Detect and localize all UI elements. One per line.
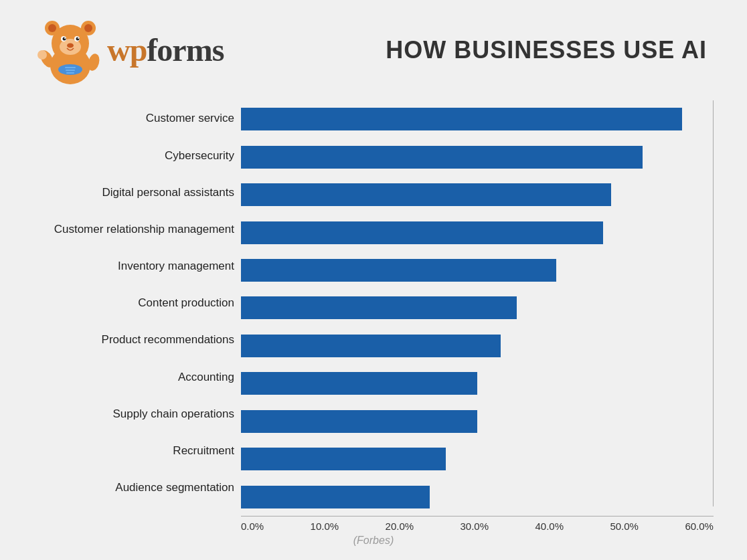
- svg-point-9: [63, 37, 66, 41]
- y-label: Recruitment: [173, 436, 234, 466]
- x-tick: 0.0%: [241, 521, 264, 532]
- bar: [241, 108, 682, 130]
- wp-text: wp: [107, 32, 147, 68]
- bar-row: [241, 369, 714, 398]
- y-label: Cybersecurity: [165, 141, 234, 171]
- svg-point-5: [84, 24, 92, 32]
- y-label: Supply chain operations: [113, 399, 234, 429]
- source-text: (Forbes): [353, 535, 394, 547]
- bar: [241, 372, 477, 395]
- y-label: Content production: [138, 288, 234, 318]
- svg-point-12: [78, 37, 79, 39]
- svg-point-13: [67, 43, 74, 48]
- bar-row: [241, 218, 714, 248]
- chart-title: HOW BUSINESSES USE AI: [386, 36, 707, 64]
- bar: [241, 259, 556, 282]
- bars-wrapper: [241, 100, 714, 516]
- forms-text: forms: [147, 32, 224, 68]
- svg-rect-17: [66, 72, 74, 74]
- svg-rect-15: [65, 67, 76, 68]
- bear-mascot-icon: [33, 13, 107, 87]
- bar-row: [241, 407, 714, 436]
- y-label: Product recommendations: [102, 326, 234, 355]
- y-label: Inventory management: [118, 252, 234, 281]
- chart-container: Customer serviceCybersecurityDigital per…: [27, 100, 720, 532]
- bar-row: [241, 143, 714, 172]
- bar-row: [241, 293, 714, 322]
- bar: [241, 448, 446, 470]
- bar-row: [241, 180, 714, 209]
- x-tick: 30.0%: [461, 521, 489, 532]
- bar-row: [241, 256, 714, 285]
- bar-row: [241, 104, 714, 134]
- y-labels: Customer serviceCybersecurityDigital per…: [33, 100, 241, 532]
- y-label: Digital personal assistants: [102, 178, 234, 207]
- bar: [241, 183, 611, 206]
- bar: [241, 146, 643, 169]
- svg-point-19: [37, 50, 47, 60]
- bar-row: [241, 444, 714, 474]
- header: wpforms HOW BUSINESSES USE AI: [27, 13, 720, 94]
- bar-row: [241, 482, 714, 512]
- bar: [241, 296, 517, 319]
- svg-point-10: [76, 37, 80, 41]
- y-label: Customer relationship management: [54, 215, 234, 244]
- x-tick: 40.0%: [535, 521, 564, 532]
- x-tick: 20.0%: [386, 521, 414, 532]
- svg-point-11: [64, 37, 66, 39]
- x-tick: 60.0%: [685, 521, 714, 532]
- x-axis: 0.0%10.0%20.0%30.0%40.0%50.0%60.0%: [241, 516, 714, 532]
- bar: [241, 335, 501, 357]
- y-label: Accounting: [178, 363, 234, 392]
- bar: [241, 221, 603, 244]
- x-tick: 50.0%: [610, 521, 639, 532]
- bars-area: 0.0%10.0%20.0%30.0%40.0%50.0%60.0%: [241, 100, 714, 532]
- y-label: Audience segmentation: [115, 473, 234, 502]
- svg-point-4: [48, 24, 56, 32]
- bar-row: [241, 331, 714, 361]
- logo-area: wpforms: [33, 13, 224, 87]
- vertical-line-right: [713, 100, 714, 506]
- bar: [241, 410, 477, 433]
- bar: [241, 486, 430, 508]
- svg-rect-16: [66, 70, 75, 71]
- wpforms-logo: wpforms: [107, 34, 224, 66]
- y-label: Customer service: [146, 104, 234, 134]
- x-tick: 10.0%: [311, 521, 339, 532]
- chart-body: Customer serviceCybersecurityDigital per…: [33, 100, 714, 532]
